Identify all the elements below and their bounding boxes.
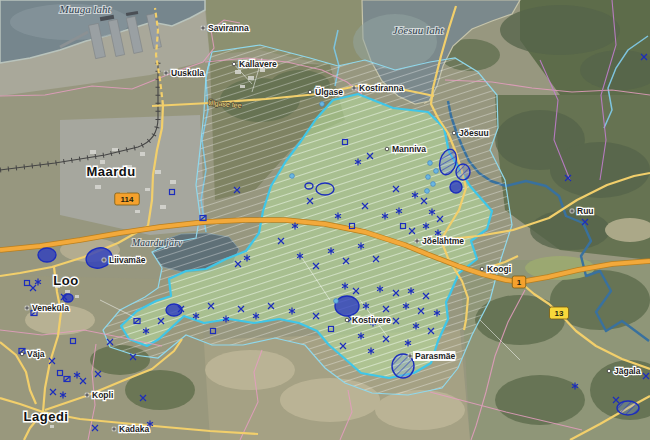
road-shield: 1 <box>512 276 526 288</box>
svg-text:Veneküla: Veneküla <box>32 303 69 313</box>
monument-marker <box>428 161 433 166</box>
svg-text:Saviranna: Saviranna <box>208 23 249 33</box>
monument-area <box>335 296 359 316</box>
water-label: Muuga laht <box>58 3 111 15</box>
svg-text:Väja: Väja <box>27 349 45 359</box>
map-canvas[interactable]: Ülgase tee Muuga lahtJõesuu lahtMaardu j… <box>0 0 650 440</box>
place-label: Saviranna <box>201 23 249 33</box>
place-label: Kostivere <box>345 315 391 325</box>
place-label: Kostiranna <box>352 83 404 93</box>
monument-area <box>38 248 56 262</box>
place-label: Jõelähtme <box>415 236 465 246</box>
svg-text:Kopli: Kopli <box>92 390 113 400</box>
place-label: Parasmäe <box>408 351 456 361</box>
svg-text:Jägala: Jägala <box>614 366 641 376</box>
monument-marker <box>431 182 436 187</box>
monument-area <box>456 164 470 180</box>
svg-text:Kadaka: Kadaka <box>119 424 150 434</box>
svg-text:Uusküla: Uusküla <box>171 68 204 78</box>
svg-text:Ruu: Ruu <box>577 206 594 216</box>
place-label: Veneküla <box>25 303 70 313</box>
city-label: Maardu <box>86 164 135 179</box>
svg-text:Kostivere: Kostivere <box>352 315 391 325</box>
svg-text:Jõelähtme: Jõelähtme <box>422 236 464 246</box>
svg-text:Liivamäe: Liivamäe <box>109 255 146 265</box>
svg-text:Jõesuu: Jõesuu <box>459 128 489 138</box>
svg-text:13: 13 <box>555 309 564 318</box>
svg-text:1: 1 <box>517 278 522 287</box>
svg-text:Kallavere: Kallavere <box>239 59 277 69</box>
monument-marker <box>334 299 339 304</box>
monument-area <box>617 401 639 415</box>
water-label: Jõesuu laht <box>393 24 444 36</box>
city-label: Loo <box>53 273 78 288</box>
svg-text:Ülgase: Ülgase <box>315 87 343 97</box>
svg-text:Parasmäe: Parasmäe <box>415 351 455 361</box>
svg-text:Kostiranna: Kostiranna <box>359 83 404 93</box>
svg-text:Koogi: Koogi <box>487 264 511 274</box>
place-label: Liivamäe <box>102 255 146 265</box>
monument-marker <box>320 102 325 107</box>
svg-text:114: 114 <box>121 195 134 204</box>
svg-text:Manniva: Manniva <box>392 144 426 154</box>
monument-marker <box>434 169 439 174</box>
road-shield: 13 <box>550 307 569 319</box>
place-label: Kallavere <box>232 59 277 69</box>
monument-marker <box>425 189 430 194</box>
city-label: Lagedi <box>24 409 69 424</box>
water-label: Maardu järv <box>131 237 183 248</box>
road-shield: 114 <box>115 193 140 205</box>
monument-marker <box>426 175 431 180</box>
monument-marker <box>290 174 295 179</box>
monument-area <box>450 181 462 193</box>
place-label: Manniva <box>385 144 426 154</box>
